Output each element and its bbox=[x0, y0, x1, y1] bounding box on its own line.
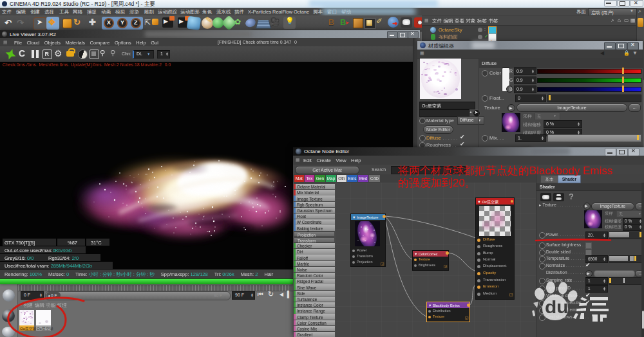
svg-text:du: du bbox=[545, 297, 569, 317]
